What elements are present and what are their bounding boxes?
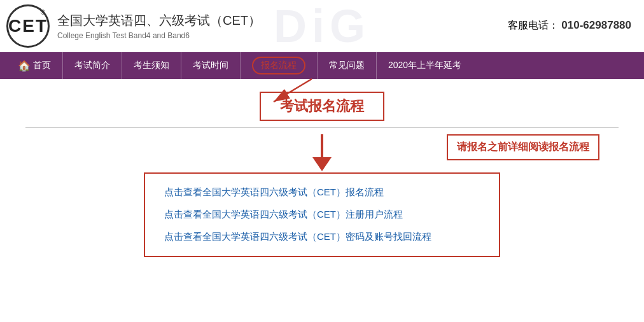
nav-label-home: 首页	[33, 60, 51, 71]
logo-circle: CET ®	[6, 4, 50, 48]
home-icon: 🏠	[18, 60, 31, 72]
page-heading-wrapper: 考试报名流程	[25, 92, 619, 121]
customer-service-label: 客服电话：	[508, 20, 559, 31]
site-title-en: College English Test Band4 and Band6	[57, 31, 261, 40]
nav-item-registration[interactable]: 报名流程	[241, 52, 318, 79]
nav-item-faq[interactable]: 常见问题	[318, 52, 377, 79]
nav-label-notice: 考生须知	[134, 60, 169, 71]
link-password-recovery[interactable]: 点击查看全国大学英语四六级考试（CET）密码及账号找回流程	[164, 231, 480, 243]
nav-item-postpone[interactable]: 2020年上半年延考	[377, 52, 473, 79]
header: CET ® 全国大学英语四、六级考试（CET） College English …	[0, 0, 644, 52]
watermark: DiG	[274, 0, 370, 52]
links-box: 点击查看全国大学英语四六级考试（CET）报名流程点击查看全国大学英语四六级考试（…	[144, 172, 500, 257]
site-title-area: 全国大学英语四、六级考试（CET） College English Test B…	[57, 12, 261, 40]
nav-label-intro: 考试简介	[74, 60, 110, 71]
logo-text: CET	[8, 16, 48, 36]
nav-item-intro[interactable]: 考试简介	[63, 52, 122, 79]
nav-item-notice[interactable]: 考生须知	[122, 52, 181, 79]
logo-registered: ®	[41, 9, 45, 16]
site-title-cn: 全国大学英语四、六级考试（CET）	[57, 12, 261, 29]
nav-label-postpone: 2020年上半年延考	[388, 60, 461, 71]
nav-label-faq: 常见问题	[329, 60, 365, 71]
customer-service-area: 客服电话： 010-62987880	[508, 19, 631, 32]
page-heading: 考试报名流程	[260, 92, 384, 121]
nav-item-home[interactable]: 🏠首页	[6, 52, 63, 79]
down-arrow-icon	[306, 134, 338, 172]
nav-label-schedule: 考试时间	[193, 60, 228, 71]
link-registration-process[interactable]: 点击查看全国大学英语四六级考试（CET）报名流程	[164, 186, 480, 199]
navigation: 🏠首页考试简介考生须知考试时间报名流程常见问题2020年上半年延考	[0, 52, 644, 79]
svg-marker-1	[312, 157, 332, 171]
main-content: 考试报名流程 请报名之前详细阅读报名流程 点击查看全国大学英语四六级考试（CET…	[0, 92, 644, 257]
arrow-container	[25, 128, 619, 172]
nav-label-registration: 报名流程	[252, 57, 305, 74]
logo-area: CET ® 全国大学英语四、六级考试（CET） College English …	[6, 4, 261, 48]
link-register-user[interactable]: 点击查看全国大学英语四六级考试（CET）注册用户流程	[164, 209, 480, 221]
customer-service-phone: 010-62987880	[561, 19, 631, 31]
nav-item-schedule[interactable]: 考试时间	[181, 52, 241, 79]
content-area: 请报名之前详细阅读报名流程 点击查看全国大学英语四六级考试（CET）报名流程点击…	[25, 128, 619, 257]
